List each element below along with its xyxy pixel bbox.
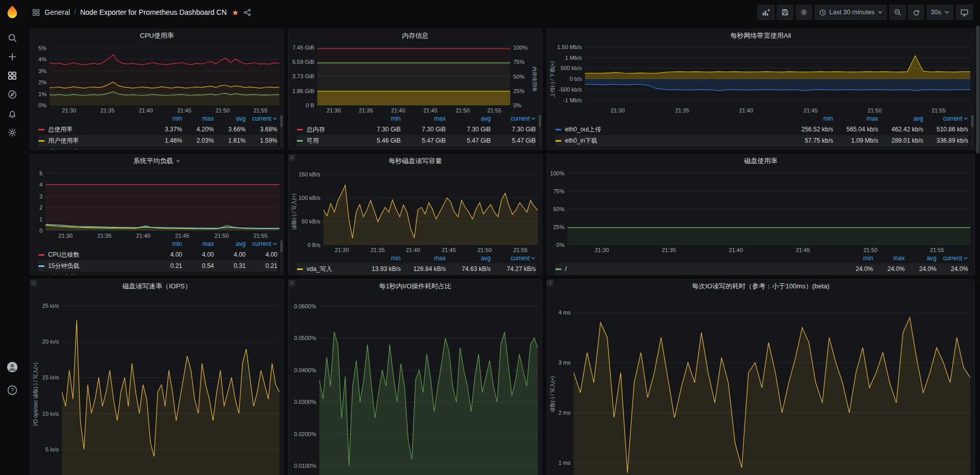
legend-series-toggle[interactable]: 1分钟负载 [38, 273, 150, 275]
dashboard-settings-button[interactable] [796, 5, 812, 20]
plot-area[interactable]: 21:3021:3521:4021:4521:5021:55 [585, 44, 970, 114]
chart-canvas[interactable] [319, 295, 538, 475]
panel-header[interactable]: CPU使用率 [30, 29, 284, 42]
legend-row[interactable]: /24.0%24.0%24.0%24.0% [555, 263, 968, 275]
plot-area[interactable]: 21:3021:3521:4021:4521:5021:55 [323, 170, 538, 253]
panel-header[interactable]: 每秒网络带宽使用All [547, 29, 974, 42]
chart-canvas[interactable] [50, 44, 279, 105]
legend-row[interactable]: 总使用率3.37%4.20%3.66%3.68% [38, 124, 277, 135]
legend-row[interactable]: 已用 [297, 146, 536, 149]
sidebar-item-dashboards[interactable] [0, 66, 25, 85]
chart-canvas[interactable] [574, 295, 970, 475]
legend-series-toggle[interactable]: 系统使用率 [38, 148, 150, 150]
legend-sort-current[interactable]: current [491, 255, 536, 262]
legend-row[interactable]: 1分钟负载 [38, 272, 277, 275]
legend-scrollbar[interactable] [539, 115, 541, 147]
legend-sort-avg[interactable]: avg [905, 255, 937, 262]
legend-sort-avg[interactable]: avg [878, 115, 923, 122]
favorite-star-icon[interactable]: ★ [232, 9, 238, 16]
legend-row[interactable]: 总内存7.30 GiB7.30 GiB7.30 GiB7.30 GiB [297, 124, 536, 135]
time-range-picker[interactable]: Last 30 minutes [815, 5, 887, 20]
sidebar-item-alerting[interactable] [0, 104, 25, 123]
panel-info-icon[interactable]: i [289, 154, 295, 161]
refresh-interval-dropdown[interactable]: 30s [927, 5, 953, 20]
panel-header[interactable]: 磁盘读写速率（IOPS） [30, 280, 284, 293]
legend-row[interactable]: 用户使用率1.46%2.03%1.61%1.59% [38, 135, 277, 146]
panel-header[interactable]: 系统平均负载 [30, 154, 284, 168]
legend-series-toggle[interactable]: 已用 [297, 148, 356, 150]
panel-header[interactable]: 每次IO读写的耗时（参考：小于100ms）(beta) [547, 280, 974, 293]
legend-row[interactable]: eth0_out上传256.52 kb/s565.04 kb/s462.42 k… [555, 124, 968, 135]
legend-series-toggle[interactable]: 可用 [297, 137, 356, 145]
legend-sort-min[interactable]: min [356, 255, 401, 262]
legend-scrollbar-thumb[interactable] [280, 240, 282, 253]
legend-sort-min[interactable]: min [150, 240, 182, 247]
panel-info-icon[interactable]: i [30, 280, 37, 286]
sidebar-item-create[interactable] [0, 47, 25, 66]
chart-canvas[interactable] [46, 170, 279, 231]
legend-row[interactable]: CPU总核数4.004.004.004.00 [38, 249, 277, 260]
legend-scrollbar[interactable] [280, 115, 282, 147]
legend-series-toggle[interactable]: CPU总核数 [38, 251, 150, 259]
legend-series-toggle[interactable]: / [555, 265, 841, 273]
legend-row[interactable]: 15分钟负载0.210.540.310.21 [38, 260, 277, 272]
sidebar-item-search[interactable] [0, 28, 25, 47]
plot-area[interactable]: 21:3021:3521:4021:4521:5021:55 [319, 295, 538, 475]
legend-sort-max[interactable]: max [833, 115, 878, 122]
sidebar-item-configuration[interactable] [0, 123, 25, 142]
panel-header[interactable]: 磁盘使用率 [547, 154, 974, 168]
zoom-out-button[interactable] [889, 5, 906, 20]
window-scrollbar[interactable] [976, 26, 979, 474]
help-button[interactable]: ? [0, 380, 25, 399]
legend-row[interactable]: 可用5.46 GiB5.47 GiB5.47 GiB5.47 GiB [297, 135, 536, 146]
legend-sort-avg[interactable]: avg [446, 255, 491, 262]
panel-info-icon[interactable]: i [289, 280, 295, 286]
user-avatar[interactable] [0, 357, 25, 376]
legend-scrollbar-thumb[interactable] [971, 115, 973, 127]
legend-sort-current[interactable]: current [937, 255, 968, 262]
legend-sort-max[interactable]: max [182, 240, 214, 247]
panel-header[interactable]: 每秒磁盘读写容量 [289, 154, 542, 168]
grafana-logo[interactable] [5, 5, 20, 20]
legend-sort-max[interactable]: max [401, 115, 446, 122]
plot-area[interactable]: 21:3021:3521:4021:4521:5021:55 [574, 295, 970, 475]
legend-sort-avg[interactable]: avg [446, 115, 491, 122]
plot-area[interactable]: 21:3021:3521:4021:4521:5021:55 [62, 295, 279, 475]
chart-canvas[interactable] [323, 170, 538, 245]
legend-scrollbar[interactable] [280, 240, 282, 272]
chart-canvas[interactable] [585, 44, 970, 105]
legend-sort-max[interactable]: max [401, 255, 446, 262]
plot-area[interactable]: 21:3021:3521:4021:4521:5021:55 [46, 170, 279, 239]
sidebar-item-explore[interactable] [0, 85, 25, 104]
legend-series-toggle[interactable]: eth0_out上传 [555, 125, 788, 134]
scrollbar-thumb[interactable] [976, 26, 979, 153]
chart-canvas[interactable] [317, 44, 510, 105]
plot-area[interactable]: 21:3021:3521:4021:4521:5021:55 [568, 170, 970, 253]
plot-area[interactable]: 21:3021:3521:4021:4521:5021:55 [317, 44, 510, 114]
legend-sort-max[interactable]: max [182, 115, 214, 122]
legend-series-toggle[interactable]: 用户使用率 [38, 137, 150, 145]
legend-series-toggle[interactable]: vda_写入 [297, 265, 356, 274]
chart-canvas[interactable] [568, 170, 970, 245]
legend-series-toggle[interactable]: 15分钟负载 [38, 262, 150, 270]
legend-sort-min[interactable]: min [150, 115, 182, 122]
panel-header[interactable]: 每1秒内I/O操作耗时占比 [289, 280, 542, 293]
legend-sort-current[interactable]: current [246, 240, 277, 247]
legend-row[interactable]: vda_写入13.93 kB/s126.84 kB/s74.63 kB/s74.… [297, 263, 536, 275]
plot-area[interactable]: 21:3021:3521:4021:4521:5021:55 [50, 44, 279, 114]
legend-sort-current[interactable]: current [246, 115, 277, 122]
legend-series-toggle[interactable]: 总内存 [297, 125, 356, 134]
legend-scrollbar-thumb[interactable] [280, 115, 282, 127]
save-dashboard-button[interactable] [777, 5, 793, 20]
share-button[interactable] [243, 8, 252, 17]
refresh-button[interactable] [908, 5, 924, 20]
add-panel-button[interactable] [757, 5, 774, 20]
legend-sort-min[interactable]: min [356, 115, 401, 122]
legend-scrollbar[interactable] [971, 115, 973, 147]
cycle-view-mode-button[interactable] [956, 5, 973, 20]
legend-row[interactable]: 系统使用率 [38, 146, 277, 149]
panel-header[interactable]: 内存信息 [289, 29, 542, 42]
legend-sort-current[interactable]: current [491, 115, 536, 122]
chart-canvas[interactable] [62, 295, 279, 475]
breadcrumb-dashboard-title[interactable]: Node Exporter for Prometheus Dashboard C… [80, 8, 227, 16]
